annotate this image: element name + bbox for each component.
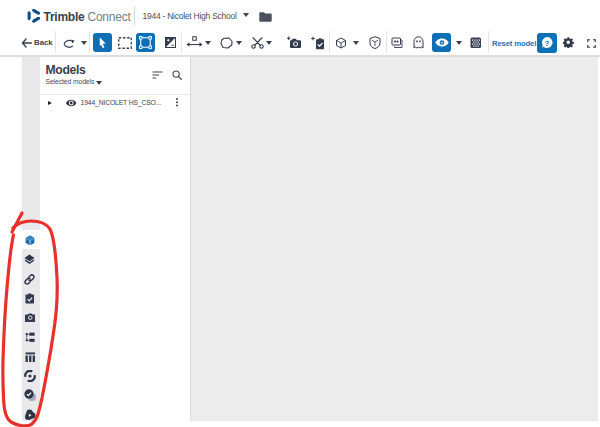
svg-text:?: ? xyxy=(544,39,549,48)
